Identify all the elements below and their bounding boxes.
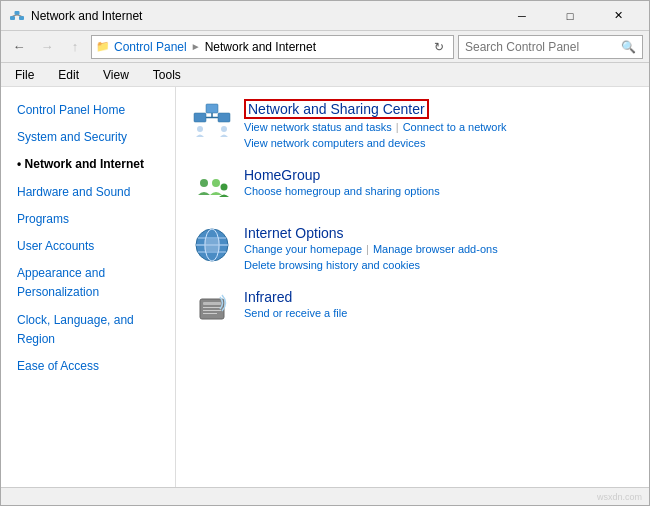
sidebar: Control Panel Home System and Security N… [1,87,176,487]
svg-rect-6 [218,113,230,122]
search-box[interactable]: 🔍 [458,35,643,59]
link-change-homepage[interactable]: Change your homepage [244,243,362,255]
svg-point-14 [221,184,228,191]
link-view-network-status[interactable]: View network status and tasks [244,121,392,133]
refresh-button[interactable]: ↻ [429,37,449,57]
breadcrumb-control-panel[interactable]: Control Panel [114,40,187,54]
breadcrumb-current: Network and Internet [205,40,316,54]
svg-rect-7 [206,104,218,113]
svg-rect-2 [15,11,20,15]
internet-options-title[interactable]: Internet Options [244,225,633,241]
internet-options-links: Change your homepage | Manage browser ad… [244,243,633,271]
menu-view[interactable]: View [97,66,135,84]
svg-rect-0 [10,16,15,20]
link-view-network-computers[interactable]: View network computers and devices [244,137,425,149]
content-item-homegroup: HomeGroup Choose homegroup and sharing o… [192,167,633,207]
link-connect-to-network[interactable]: Connect to a network [403,121,507,133]
svg-rect-25 [203,313,217,314]
navigation-bar: ← → ↑ 📁 Control Panel ► Network and Inte… [1,31,649,63]
svg-rect-24 [203,310,221,311]
svg-point-13 [212,179,220,187]
close-button[interactable]: ✕ [595,1,641,31]
svg-line-4 [17,15,22,16]
content-area: Network and Sharing Center View network … [176,87,649,487]
svg-line-3 [13,15,18,16]
search-icon: 🔍 [621,40,636,54]
svg-rect-20 [204,239,220,251]
network-sharing-title[interactable]: Network and Sharing Center [244,99,429,119]
internet-options-icon [192,225,232,265]
menu-edit[interactable]: Edit [52,66,85,84]
svg-point-10 [197,126,203,132]
sidebar-item-network-internet[interactable]: Network and Internet [1,151,175,178]
link-homegroup-sharing[interactable]: Choose homegroup and sharing options [244,185,440,197]
homegroup-icon [192,167,232,207]
link-send-receive-file[interactable]: Send or receive a file [244,307,347,319]
content-item-internet-options: Internet Options Change your homepage | … [192,225,633,271]
folder-icon: 📁 [96,40,110,53]
network-sharing-links: View network status and tasks | Connect … [244,121,633,149]
up-button[interactable]: ↑ [63,35,87,59]
link-manage-addons[interactable]: Manage browser add-ons [373,243,498,255]
infrared-links: Send or receive a file [244,307,633,319]
sidebar-item-programs[interactable]: Programs [1,206,175,233]
svg-rect-23 [203,307,221,308]
back-button[interactable]: ← [7,35,31,59]
maximize-button[interactable]: □ [547,1,593,31]
menu-tools[interactable]: Tools [147,66,187,84]
sidebar-item-control-panel-home[interactable]: Control Panel Home [1,97,175,124]
window-controls: ─ □ ✕ [499,1,641,31]
breadcrumb: Control Panel ► Network and Internet [114,40,316,54]
window-title: Network and Internet [31,9,499,23]
svg-point-11 [221,126,227,132]
forward-button[interactable]: → [35,35,59,59]
homegroup-links: Choose homegroup and sharing options [244,185,633,197]
address-bar: 📁 Control Panel ► Network and Internet ↻ [91,35,454,59]
homegroup-title[interactable]: HomeGroup [244,167,633,183]
network-sharing-text: Network and Sharing Center View network … [244,99,633,149]
content-item-network-sharing: Network and Sharing Center View network … [192,99,633,149]
status-bar [1,487,649,506]
internet-options-text: Internet Options Change your homepage | … [244,225,633,271]
svg-rect-5 [194,113,206,122]
sidebar-item-hardware-sound[interactable]: Hardware and Sound [1,179,175,206]
menu-bar: File Edit View Tools [1,63,649,87]
link-delete-browsing-history[interactable]: Delete browsing history and cookies [244,259,420,271]
svg-rect-1 [19,16,24,20]
breadcrumb-separator: ► [191,41,201,52]
main-area: Control Panel Home System and Security N… [1,87,649,487]
sidebar-item-clock-language[interactable]: Clock, Language, and Region [1,307,175,353]
network-sharing-icon [192,99,232,139]
menu-file[interactable]: File [9,66,40,84]
title-bar: Network and Internet ─ □ ✕ [1,1,649,31]
svg-point-12 [200,179,208,187]
minimize-button[interactable]: ─ [499,1,545,31]
sidebar-item-user-accounts[interactable]: User Accounts [1,233,175,260]
sidebar-item-appearance[interactable]: Appearance andPersonalization [1,260,175,306]
svg-rect-22 [203,302,221,305]
sidebar-item-system-security[interactable]: System and Security [1,124,175,151]
infrared-icon [192,289,232,329]
content-item-infrared: Infrared Send or receive a file [192,289,633,329]
search-input[interactable] [465,40,617,54]
homegroup-text: HomeGroup Choose homegroup and sharing o… [244,167,633,197]
window-icon [9,8,25,24]
infrared-title[interactable]: Infrared [244,289,633,305]
infrared-text: Infrared Send or receive a file [244,289,633,319]
sidebar-item-ease-of-access[interactable]: Ease of Access [1,353,175,380]
